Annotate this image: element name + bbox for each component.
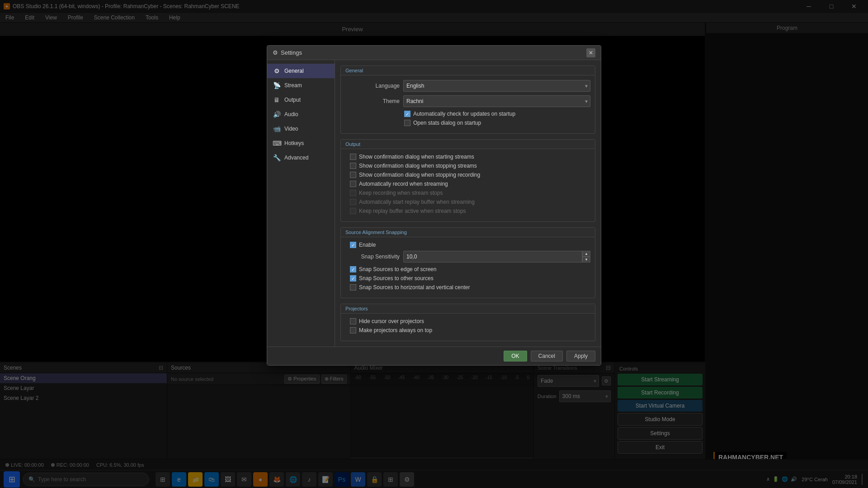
always-top-label: Make projectors always on top (359, 327, 432, 333)
nav-advanced-label: Advanced (284, 155, 308, 161)
audio-icon: 🔊 (273, 111, 281, 118)
snapping-section: Source Alignment Snapping ✓ Enable Snap … (340, 227, 595, 298)
nav-output[interactable]: 🖥 Output (267, 93, 335, 107)
check-updates-row: ✓ Automatically check for updates on sta… (345, 111, 590, 117)
modal-overlay: ⚙ Settings ✕ ⚙ General 📡 Stream 🖥 Output (0, 0, 868, 488)
settings-modal: ⚙ Settings ✕ ⚙ General 📡 Stream 🖥 Output (267, 45, 601, 366)
snap-sensitivity-input[interactable]: 10,0 (403, 251, 582, 263)
open-stats-row: Open stats dialog on startup (345, 120, 590, 126)
snap-other-row: ✓ Snap Sources to other sources (345, 275, 590, 282)
nav-audio-label: Audio (284, 111, 298, 117)
snap-center-row: Snap Sources to horizontal and vertical … (345, 284, 590, 291)
keep-replay-checkbox[interactable] (350, 208, 356, 214)
keep-replay-row: Keep replay buffer active when stream st… (345, 208, 590, 214)
nav-video-label: Video (284, 126, 298, 132)
modal-footer: OK Cancel Apply (267, 347, 601, 365)
ok-button[interactable]: OK (504, 351, 527, 361)
auto-record-label: Automatically record when streaming (359, 181, 448, 187)
modal-title-bar: ⚙ Settings ✕ (267, 46, 601, 60)
show-confirm-stop-rec-checkbox[interactable] (350, 172, 356, 178)
cancel-button[interactable]: Cancel (531, 351, 563, 361)
modal-title: Settings (281, 49, 302, 56)
snap-edge-checkmark: ✓ (351, 267, 355, 272)
show-confirm-start-checkbox[interactable] (350, 154, 356, 160)
settings-content: General Language English ▼ Theme (335, 60, 601, 347)
nav-output-label: Output (284, 97, 301, 103)
snapping-section-title: Source Alignment Snapping (341, 228, 595, 237)
always-top-checkbox[interactable] (350, 327, 356, 333)
enable-snap-label: Enable (359, 242, 376, 248)
show-confirm-stop-rec-row: Show confirmation dialog when stopping r… (345, 172, 590, 178)
show-confirm-start-label: Show confirmation dialog when starting s… (359, 154, 474, 160)
enable-snap-checkmark: ✓ (351, 243, 355, 248)
advanced-icon: 🔧 (273, 154, 281, 161)
modal-close-button[interactable]: ✕ (586, 48, 595, 57)
open-stats-label: Open stats dialog on startup (413, 120, 481, 126)
nav-hotkeys-label: Hotkeys (284, 140, 304, 146)
snap-sensitivity-down[interactable]: ▼ (582, 257, 590, 263)
check-updates-checkmark: ✓ (406, 112, 409, 117)
projectors-section-title: Projectors (341, 304, 595, 314)
auto-replay-checkbox[interactable] (350, 199, 356, 205)
auto-record-row: Automatically record when streaming (345, 181, 590, 187)
show-confirm-stop-row: Show confirmation dialog when stopping s… (345, 163, 590, 169)
language-label: Language (345, 83, 400, 89)
keep-replay-label: Keep replay buffer active when stream st… (359, 208, 466, 214)
snap-edge-row: ✓ Snap Sources to edge of screen (345, 266, 590, 272)
settings-sidebar: ⚙ General 📡 Stream 🖥 Output 🔊 Audio 📹 (267, 60, 335, 347)
nav-hotkeys[interactable]: ⌨ Hotkeys (267, 136, 335, 150)
snap-other-checkbox[interactable]: ✓ (350, 275, 356, 282)
snap-center-label: Snap Sources to horizontal and vertical … (359, 284, 470, 291)
nav-general-label: General (284, 68, 304, 74)
hide-cursor-checkbox[interactable] (350, 318, 356, 324)
show-confirm-stop-label: Show confirmation dialog when stopping s… (359, 163, 477, 169)
output-section: Output Show confirmation dialog when sta… (340, 139, 595, 222)
snap-edge-checkbox[interactable]: ✓ (350, 266, 356, 272)
language-select[interactable]: English (403, 80, 590, 92)
hotkeys-icon: ⌨ (273, 140, 281, 147)
open-stats-checkbox[interactable] (404, 120, 410, 126)
keep-recording-checkbox[interactable] (350, 190, 356, 196)
settings-icon: ⚙ (273, 49, 278, 56)
modal-body: ⚙ General 📡 Stream 🖥 Output 🔊 Audio 📹 (267, 60, 601, 347)
snap-edge-label: Snap Sources to edge of screen (359, 266, 436, 272)
apply-button[interactable]: Apply (566, 351, 595, 361)
hide-cursor-label: Hide cursor over projectors (359, 318, 424, 324)
general-icon: ⚙ (273, 67, 281, 75)
general-section-title: General (341, 66, 595, 75)
output-section-title: Output (341, 140, 595, 149)
check-updates-checkbox[interactable]: ✓ (404, 111, 410, 117)
theme-dropdown-arrow: ▼ (584, 99, 589, 104)
nav-video[interactable]: 📹 Video (267, 122, 335, 136)
snap-sensitivity-label: Snap Sensitivity (345, 253, 400, 260)
show-confirm-stop-checkbox[interactable] (350, 163, 356, 169)
check-updates-label: Automatically check for updates on start… (413, 111, 515, 117)
general-section: General Language English ▼ Theme (340, 66, 595, 134)
snap-center-checkbox[interactable] (350, 284, 356, 291)
enable-snap-row: ✓ Enable (345, 242, 590, 248)
keep-recording-label: Keep recording when stream stops (359, 190, 443, 196)
show-confirm-stop-rec-label: Show confirmation dialog when stopping r… (359, 172, 480, 178)
language-dropdown-arrow: ▼ (584, 84, 589, 89)
enable-snap-checkbox[interactable]: ✓ (350, 242, 356, 248)
auto-replay-row: Automatically start replay buffer when s… (345, 199, 590, 205)
always-top-row: Make projectors always on top (345, 327, 590, 333)
show-confirm-start-row: Show confirmation dialog when starting s… (345, 154, 590, 160)
nav-stream-label: Stream (284, 82, 302, 89)
snap-other-checkmark: ✓ (351, 276, 355, 281)
theme-label: Theme (345, 98, 400, 104)
auto-record-checkbox[interactable] (350, 181, 356, 187)
output-icon: 🖥 (273, 96, 281, 103)
nav-audio[interactable]: 🔊 Audio (267, 107, 335, 122)
nav-general[interactable]: ⚙ General (267, 64, 335, 78)
snap-other-label: Snap Sources to other sources (359, 275, 434, 282)
theme-select[interactable]: Rachni (403, 95, 590, 107)
snap-sensitivity-up[interactable]: ▲ (582, 251, 590, 257)
projectors-section: Projectors Hide cursor over projectors M… (340, 304, 595, 341)
nav-stream[interactable]: 📡 Stream (267, 78, 335, 93)
nav-advanced[interactable]: 🔧 Advanced (267, 150, 335, 165)
stream-icon: 📡 (273, 82, 281, 89)
keep-recording-row: Keep recording when stream stops (345, 190, 590, 196)
auto-replay-label: Automatically start replay buffer when s… (359, 199, 475, 205)
hide-cursor-row: Hide cursor over projectors (345, 318, 590, 324)
